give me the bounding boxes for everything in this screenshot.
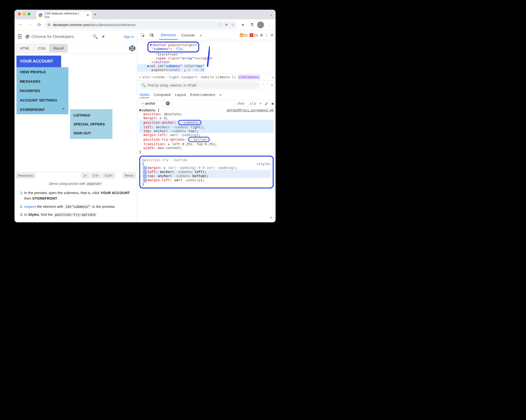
- menu-header[interactable]: YOUR ACCOUNT: [16, 56, 61, 67]
- add-rule-icon[interactable]: +: [270, 215, 273, 220]
- breadcrumb-seg-3[interactable]: li: [232, 75, 236, 79]
- rule-source-link[interactable]: mdYdpOM?ani…pe=embed:46: [227, 108, 274, 112]
- maximize-window-button[interactable]: [28, 13, 30, 15]
- position-try-header: @position-try --bottom: [142, 158, 271, 162]
- dom-search-input[interactable]: 🔍 Find by string, selector, or XPath: [139, 82, 260, 89]
- styles-rules[interactable]: #submenu { mdYdpOM?ani…pe=embed:46 posit…: [137, 107, 276, 222]
- device-toggle-icon[interactable]: [148, 32, 155, 39]
- profile-avatar[interactable]: [257, 21, 264, 28]
- anchor-name-highlight: --submenu;: [178, 120, 201, 125]
- new-rule-icon[interactable]: +: [259, 101, 261, 105]
- submenu-item-listings[interactable]: LISTINGS: [70, 111, 112, 120]
- zoom-05x[interactable]: 0.5×: [91, 173, 101, 178]
- install-icon[interactable]: ⬚: [219, 23, 222, 27]
- tabs-dropdown-icon[interactable]: ⌄: [270, 13, 273, 16]
- breadcrumb-left-icon[interactable]: ◀: [139, 75, 141, 79]
- hamburger-icon[interactable]: ☰: [17, 34, 22, 40]
- menu-kebab-icon[interactable]: ⋮: [265, 21, 273, 29]
- rule-selector[interactable]: #submenu {: [139, 108, 160, 112]
- search-prev-icon[interactable]: ˄: [263, 83, 264, 87]
- menu-item-account-settings[interactable]: ACCOUNT SETTINGS: [16, 95, 68, 105]
- back-button[interactable]: ←: [17, 21, 25, 29]
- computed-panel-icon[interactable]: ▣: [272, 101, 274, 105]
- inspect-link[interactable]: Inspect: [24, 204, 36, 209]
- close-window-button[interactable]: [18, 13, 21, 15]
- menu-item-messages[interactable]: MESSAGES: [16, 77, 68, 86]
- settings-gear-icon[interactable]: ⚙: [260, 33, 263, 38]
- reload-button[interactable]: ⟳: [35, 21, 43, 29]
- breadcrumb-seg-4[interactable]: ul#submenu: [238, 75, 260, 80]
- minimize-window-button[interactable]: [23, 13, 26, 15]
- cls-toggle[interactable]: .cls: [248, 101, 256, 105]
- styles-filter-input[interactable]: ▿ ✕: [139, 101, 172, 106]
- preview-pane: YOUR ACCOUNT VIEW PROFILE MESSAGES FAVOR…: [14, 54, 137, 148]
- submenu-item-signout[interactable]: SIGN OUT: [70, 129, 112, 138]
- search-next-icon[interactable]: ˅: [267, 83, 268, 87]
- menu-item-favorites[interactable]: FAVORITES: [16, 86, 68, 95]
- subtab-layout[interactable]: Layout: [175, 92, 186, 98]
- tabs-more-icon[interactable]: »: [198, 31, 204, 39]
- checkbox-icon[interactable]: ✓: [143, 179, 147, 182]
- styles-filter-bar: ▿ ✕ :hov .cls + 🖌 ▣: [137, 100, 276, 107]
- filter-text[interactable]: [145, 101, 164, 105]
- search-close-icon[interactable]: ✕: [271, 83, 274, 87]
- address-bar[interactable]: ⚙ developer.chrome.com/docs/devtools/css…: [44, 21, 237, 29]
- menu-item-view-profile[interactable]: VIEW PROFILE: [16, 67, 68, 77]
- subtabs-more-icon[interactable]: »: [220, 92, 222, 98]
- codepen-icon[interactable]: [129, 45, 136, 52]
- tab-css[interactable]: CSS: [34, 44, 50, 52]
- menu-item-storefront[interactable]: STOREFRONT ⌃: [16, 105, 68, 114]
- breadcrumb-right-icon[interactable]: ▶: [273, 75, 274, 79]
- traffic-lights: [18, 13, 30, 15]
- inspect-element-icon[interactable]: [139, 32, 146, 39]
- styles-subtabs: Styles Computed Layout Event Listeners »: [137, 90, 276, 100]
- window-titlebar: CSS features reference | Chr ✕ + ⌄: [14, 10, 276, 19]
- paint-icon[interactable]: 🖌: [265, 101, 268, 105]
- subtab-styles[interactable]: Styles: [140, 92, 150, 98]
- checkbox-icon[interactable]: ✓: [143, 174, 147, 178]
- favicon-icon: [39, 13, 42, 17]
- page-content: ☰ Chrome for Developers 🔍 ☀ Sign in HTML…: [14, 30, 137, 222]
- checkbox-icon[interactable]: ✓: [143, 166, 147, 170]
- style-source-link[interactable]: <style>: [256, 162, 271, 166]
- breadcrumb-seg-1[interactable]: olor-scheme--light.viewport--mobile: [142, 75, 214, 79]
- search-icon[interactable]: 🔍: [92, 34, 98, 39]
- errors-count[interactable]: ✕24: [250, 33, 258, 37]
- submenu-item-offers[interactable]: SPECIAL OFFERS: [70, 120, 112, 129]
- browser-tab[interactable]: CSS features reference | Chr ✕: [36, 11, 92, 19]
- checkbox-icon[interactable]: ✓: [143, 170, 147, 174]
- tab-elements[interactable]: Elements: [159, 31, 178, 40]
- site-settings-icon[interactable]: ⚙: [47, 23, 51, 27]
- eye-off-icon[interactable]: 👁: [225, 23, 228, 27]
- zoom-1x[interactable]: 1×: [81, 173, 89, 178]
- new-tab-button[interactable]: +: [94, 12, 96, 17]
- subtab-computed[interactable]: Computed: [154, 92, 171, 98]
- forward-button[interactable]: →: [26, 21, 34, 29]
- subtab-listeners[interactable]: Event Listeners: [190, 92, 215, 98]
- browser-window: CSS features reference | Chr ✕ + ⌄ ← → ⟳…: [14, 10, 276, 222]
- rerun-button[interactable]: Rerun: [122, 173, 135, 178]
- theme-icon[interactable]: ☀: [101, 34, 105, 39]
- warnings-count[interactable]: ▲92: [240, 33, 248, 37]
- close-tab-icon[interactable]: ✕: [86, 13, 90, 17]
- dom-breadcrumb[interactable]: ◀ olor-scheme--light.viewport--mobile ul…: [137, 73, 276, 81]
- resources-button[interactable]: Resources: [16, 173, 35, 178]
- tab-console[interactable]: Console: [179, 31, 197, 39]
- devtools-menu-icon[interactable]: ⋮: [265, 33, 269, 38]
- preview-caption: Demo using anchor with popover: [14, 179, 137, 188]
- sign-in-link[interactable]: Sign in: [124, 35, 134, 39]
- site-brand[interactable]: Chrome for Developers: [26, 34, 74, 39]
- breadcrumb-seg-2[interactable]: ul#menu: [216, 75, 230, 79]
- clear-filter-icon[interactable]: ✕: [166, 101, 170, 105]
- extensions-icon[interactable]: ✦: [239, 21, 247, 29]
- instructions-list: In the preview, open the submenu, that i…: [14, 188, 137, 222]
- zoom-025x[interactable]: 0.25×: [102, 173, 115, 178]
- bookmark-star-icon[interactable]: ☆: [231, 23, 234, 27]
- tab-html[interactable]: HTML: [16, 44, 34, 52]
- dom-tree[interactable]: ▼<button popovertarget= "submenu"> flex …: [137, 40, 276, 73]
- hov-toggle[interactable]: :hov: [236, 101, 245, 105]
- tab-result[interactable]: Result: [49, 44, 68, 52]
- close-devtools-icon[interactable]: ✕: [271, 33, 274, 38]
- labs-icon[interactable]: ⚗: [248, 21, 256, 29]
- preview-footer: Resources 1× 0.5× 0.25× Rerun: [14, 171, 137, 179]
